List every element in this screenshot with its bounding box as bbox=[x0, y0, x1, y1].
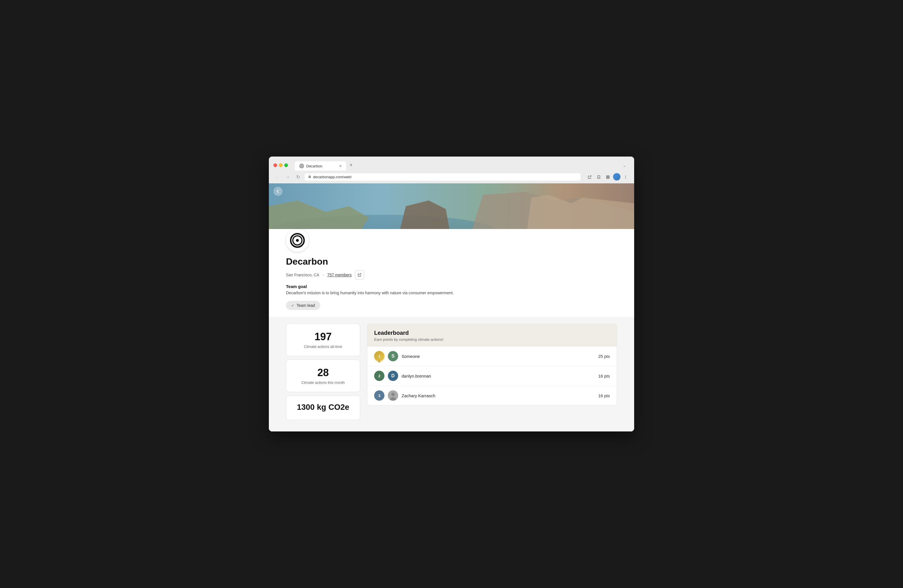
user-points-1: 25 pts bbox=[598, 354, 610, 359]
user-name-3[interactable]: Zachary Karrasch bbox=[401, 393, 595, 398]
leaderboard-row: 2 D danlyn.brennan 16 pts bbox=[367, 366, 617, 386]
svg-point-10 bbox=[625, 178, 626, 178]
svg-point-8 bbox=[625, 176, 626, 176]
tab-close-button[interactable]: × bbox=[339, 164, 341, 168]
user-avatar-1: S bbox=[388, 351, 398, 361]
org-meta: San Francisco, CA · 757 members bbox=[286, 270, 617, 279]
browser-window: Decarbon × + ⌄ ← → ↻ decarbonapp bbox=[269, 157, 634, 431]
rank-number-1: 1 bbox=[378, 354, 380, 358]
new-tab-button[interactable]: + bbox=[346, 160, 356, 171]
security-icon bbox=[308, 175, 311, 179]
share-button[interactable] bbox=[355, 270, 364, 279]
leaderboard-row: 1 S Someone 25 pts bbox=[367, 347, 617, 366]
meta-separator: · bbox=[323, 273, 324, 277]
members-link[interactable]: 757 members bbox=[327, 273, 352, 277]
stat-card-alltime: 197 Climate actions all-time bbox=[286, 324, 360, 356]
address-bar-row: ← → ↻ decarbonapp.com/web/ bbox=[269, 171, 634, 183]
profile-section: Decarbon San Francisco, CA · 757 members… bbox=[269, 229, 634, 317]
user-name-1[interactable]: Someone bbox=[401, 354, 595, 359]
url-text: decarbonapp.com/web/ bbox=[313, 175, 352, 179]
extensions-button[interactable] bbox=[604, 173, 612, 181]
user-points-3: 16 pts bbox=[598, 393, 610, 398]
leaderboard-row: 3 Zachary Karrasch 16 pts bbox=[367, 386, 617, 405]
svg-rect-6 bbox=[606, 177, 607, 179]
team-lead-label: Team lead bbox=[297, 303, 315, 308]
back-button[interactable]: ← bbox=[274, 173, 282, 181]
refresh-button[interactable]: ↻ bbox=[294, 173, 302, 181]
checkmark-icon: ✓ bbox=[291, 303, 294, 308]
content-area: 197 Climate actions all-time 28 Climate … bbox=[269, 317, 634, 431]
svg-rect-7 bbox=[608, 177, 609, 179]
tab-favicon-icon bbox=[299, 164, 304, 168]
stat-card-month: 28 Climate actions this month bbox=[286, 360, 360, 392]
team-goal-label: Team goal bbox=[286, 284, 617, 289]
avatar-letter-1: S bbox=[392, 354, 395, 359]
title-bar: Decarbon × + ⌄ bbox=[269, 157, 634, 171]
avatar-letter-2: D bbox=[391, 373, 395, 378]
team-goal-text: Decarbon's mission is to bring humanity … bbox=[286, 290, 457, 295]
rank-badge-1: 1 bbox=[374, 351, 384, 361]
rank-number-2: 2 bbox=[378, 374, 380, 378]
browser-actions bbox=[586, 173, 629, 181]
browser-chrome: Decarbon × + ⌄ ← → ↻ decarbonapp bbox=[269, 157, 634, 183]
stat-number-co2: 1300 kg CO2e bbox=[292, 403, 354, 412]
leaderboard-subtitle: Earn points by completing climate action… bbox=[374, 337, 610, 342]
address-bar[interactable]: decarbonapp.com/web/ bbox=[304, 173, 581, 181]
svg-rect-3 bbox=[308, 176, 311, 178]
svg-point-2 bbox=[301, 166, 302, 166]
minimize-window-button[interactable] bbox=[279, 163, 283, 167]
rank-badge-3: 3 bbox=[374, 390, 384, 401]
leaderboard-card: Leaderboard Earn points by completing cl… bbox=[367, 324, 617, 406]
rank-number-3: 3 bbox=[378, 394, 380, 398]
user-name-2[interactable]: danlyn.brennan bbox=[401, 373, 595, 378]
tab-bar: Decarbon × + bbox=[293, 160, 356, 171]
profile-avatar[interactable] bbox=[613, 173, 620, 180]
user-avatar-3 bbox=[388, 390, 398, 401]
leaderboard-title: Leaderboard bbox=[374, 330, 610, 336]
leaderboard-header: Leaderboard Earn points by completing cl… bbox=[367, 324, 617, 346]
stat-number-alltime: 197 bbox=[292, 331, 354, 343]
svg-point-18 bbox=[391, 393, 395, 396]
svg-rect-5 bbox=[608, 176, 609, 177]
bullseye-icon bbox=[290, 233, 305, 248]
close-window-button[interactable] bbox=[274, 163, 277, 167]
forward-button[interactable]: → bbox=[284, 173, 292, 181]
traffic-lights bbox=[274, 163, 288, 167]
stat-label-month: Climate actions this month bbox=[301, 380, 345, 385]
back-navigation-button[interactable] bbox=[274, 187, 283, 196]
stat-label-alltime: Climate actions all-time bbox=[304, 345, 342, 349]
active-tab[interactable]: Decarbon × bbox=[295, 162, 346, 171]
user-avatar-2: D bbox=[388, 371, 398, 381]
expand-button[interactable]: ⌄ bbox=[623, 163, 626, 168]
tab-title: Decarbon bbox=[306, 164, 322, 168]
org-location: San Francisco, CA bbox=[286, 273, 319, 277]
stat-card-co2: 1300 kg CO2e bbox=[286, 395, 360, 420]
menu-button[interactable] bbox=[621, 173, 629, 181]
org-name: Decarbon bbox=[286, 256, 617, 267]
page-content: Decarbon San Francisco, CA · 757 members… bbox=[269, 183, 634, 431]
svg-rect-4 bbox=[606, 176, 607, 177]
rank-badge-2: 2 bbox=[374, 371, 384, 381]
stats-column: 197 Climate actions all-time 28 Climate … bbox=[286, 324, 360, 420]
stat-number-month: 28 bbox=[292, 367, 354, 379]
maximize-window-button[interactable] bbox=[284, 163, 288, 167]
external-link-button[interactable] bbox=[586, 173, 594, 181]
svg-point-9 bbox=[625, 177, 626, 177]
bookmark-button[interactable] bbox=[595, 173, 603, 181]
team-lead-badge: ✓ Team lead bbox=[286, 301, 320, 310]
user-points-2: 16 pts bbox=[598, 373, 610, 378]
org-logo bbox=[286, 229, 309, 252]
